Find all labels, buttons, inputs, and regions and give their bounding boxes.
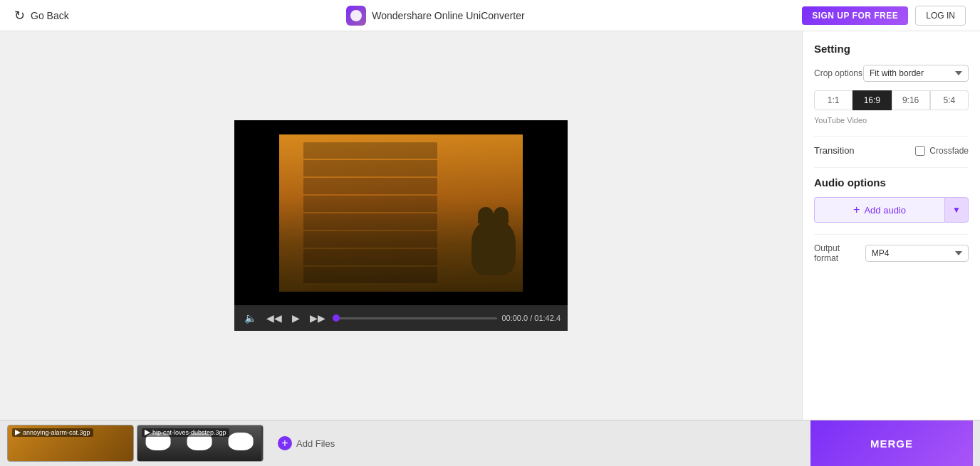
divider-1 (814, 136, 969, 137)
film-clip-1[interactable]: annoying-alarm-cat.3gp (7, 425, 134, 462)
add-audio-button[interactable]: + Add audio (814, 197, 944, 223)
aspect-16-9[interactable]: 16:9 (853, 90, 891, 110)
film-play-icon-2 (145, 430, 150, 435)
mute-button[interactable]: 🔈 (241, 311, 259, 325)
merge-button[interactable]: MERGE (810, 420, 973, 467)
header-actions: SIGN UP FOR FREE LOG IN (802, 6, 966, 26)
film-clip-2[interactable]: hip-cat-loves-dubstep.3gp (137, 425, 264, 462)
header: ↻ Go Back Wondershare Online UniConverte… (0, 0, 980, 31)
video-inner (279, 134, 523, 292)
mask-face-3 (229, 433, 254, 450)
video-area: 🔈 ◀◀ ▶ ▶▶ 00:00.0 / 01:42.4 (0, 31, 802, 420)
signup-button[interactable]: SIGN UP FOR FREE (802, 6, 908, 25)
door-slats (303, 142, 437, 284)
brand-logo (346, 6, 366, 26)
brand-name: Wondershare Online UniConverter (372, 10, 525, 21)
back-icon: ↻ (14, 8, 25, 23)
film-play-icon-1 (15, 430, 21, 435)
skip-forward-button[interactable]: ▶▶ (307, 311, 328, 325)
aspect-1-1[interactable]: 1:1 (814, 90, 853, 110)
progress-thumb (333, 314, 340, 322)
video-controls: 🔈 ◀◀ ▶ ▶▶ 00:00.0 / 01:42.4 (234, 305, 568, 331)
add-audio-dropdown-button[interactable]: ▼ (944, 197, 969, 223)
aspect-5-4[interactable]: 5:4 (930, 90, 969, 110)
film-clip-1-label: annoying-alarm-cat.3gp (12, 428, 93, 437)
youtube-video-label: YouTube Video (814, 116, 969, 125)
setting-title: Setting (814, 43, 969, 55)
go-back-label: Go Back (31, 10, 69, 21)
crop-options-row: Crop options Fit with border Fit Stretch… (814, 65, 969, 82)
crossfade-label: Crossfade (929, 146, 969, 156)
video-container: 🔈 ◀◀ ▶ ▶▶ 00:00.0 / 01:42.4 (234, 120, 568, 331)
transition-row: Transition Crossfade (814, 145, 969, 156)
go-back-button[interactable]: ↻ Go Back (14, 8, 69, 23)
crop-options-select[interactable]: Fit with border Fit Stretch Crop (863, 65, 969, 82)
film-clip-2-name: hip-cat-loves-dubstep.3gp (152, 429, 226, 436)
add-files-icon: + (278, 436, 292, 450)
progress-bar[interactable] (333, 317, 497, 319)
rewind-button[interactable]: ◀◀ (264, 311, 285, 325)
add-audio-plus-icon: + (853, 203, 860, 216)
output-format-select[interactable]: MP4 MOV AVI MKV GIF (865, 245, 969, 262)
add-files-button[interactable]: + Add Files (266, 430, 346, 456)
time-total: 01:42.4 (534, 314, 561, 322)
video-screen (234, 120, 568, 305)
login-button[interactable]: LOG IN (915, 6, 966, 26)
time-current: 00:00.0 (501, 314, 528, 322)
aspect-ratio-group: 1:1 16:9 9:16 5:4 (814, 90, 969, 110)
output-format-label: Output format (814, 243, 865, 263)
divider-2 (814, 167, 969, 168)
divider-3 (814, 234, 969, 235)
cat-shape (471, 221, 515, 275)
crossfade-checkbox[interactable] (915, 146, 925, 156)
filmstrip: annoying-alarm-cat.3gp hip-cat-loves-dub… (0, 420, 980, 466)
transition-right: Crossfade (915, 146, 969, 156)
play-button[interactable]: ▶ (289, 311, 303, 325)
film-clip-1-name: annoying-alarm-cat.3gp (23, 429, 90, 436)
brand-logo-inner (350, 10, 362, 21)
add-audio-row: + Add audio ▼ (814, 197, 969, 223)
aspect-9-16[interactable]: 9:16 (892, 90, 930, 110)
output-format-row: Output format MP4 MOV AVI MKV GIF (814, 243, 969, 263)
time-display: 00:00.0 / 01:42.4 (501, 314, 561, 322)
crop-options-label: Crop options (814, 68, 862, 78)
add-files-label: Add Files (296, 438, 335, 449)
brand-section: Wondershare Online UniConverter (346, 6, 525, 26)
add-audio-label: Add audio (864, 205, 906, 216)
audio-options-title: Audio options (814, 176, 969, 189)
video-frame-bg (234, 120, 568, 305)
main-content: 🔈 ◀◀ ▶ ▶▶ 00:00.0 / 01:42.4 Setting Crop… (0, 31, 980, 420)
film-clip-2-label: hip-cat-loves-dubstep.3gp (142, 428, 229, 437)
right-panel: Setting Crop options Fit with border Fit… (802, 31, 980, 420)
transition-label: Transition (814, 145, 855, 156)
